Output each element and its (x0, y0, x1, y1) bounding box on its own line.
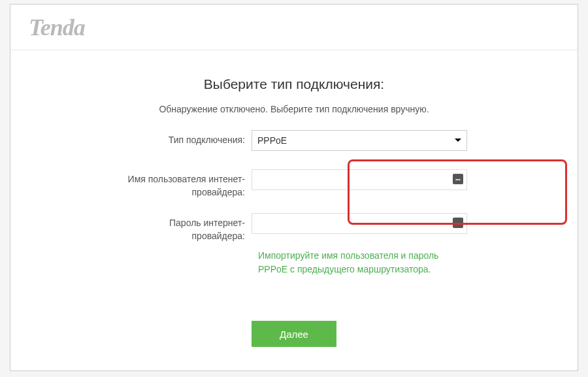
content-area: Выберите тип подключения: Обнаружение от… (10, 50, 578, 347)
username-row: Имя пользователя интенет-провайдера: (10, 169, 578, 199)
connection-type-select[interactable]: PPPoE (252, 130, 467, 151)
password-label: Пароль интернет-провайдера: (121, 213, 252, 242)
username-input[interactable] (252, 169, 467, 190)
keyboard-icon[interactable] (453, 218, 463, 228)
username-label: Имя пользователя интенет-провайдера: (121, 169, 252, 199)
import-hint-link[interactable]: Импортируйте имя пользователя и пароль P… (121, 249, 467, 276)
brand-logo: Tenda (29, 14, 85, 41)
connection-type-label: Тип подключения: (121, 130, 252, 147)
keyboard-icon[interactable] (453, 174, 463, 184)
connection-type-row: Тип подключения: PPPoE (10, 130, 578, 151)
page-title: Выберите тип подключения: (10, 76, 578, 92)
next-button[interactable]: Далее (252, 321, 336, 347)
router-setup-page: Tenda Выберите тип подключения: Обнаруже… (10, 4, 578, 371)
header: Tenda (10, 5, 578, 50)
password-input[interactable] (252, 213, 467, 234)
subtitle-text: Обнаружение отключено. Выберите тип подк… (10, 104, 578, 114)
password-row: Пароль интернет-провайдера: (10, 213, 578, 242)
